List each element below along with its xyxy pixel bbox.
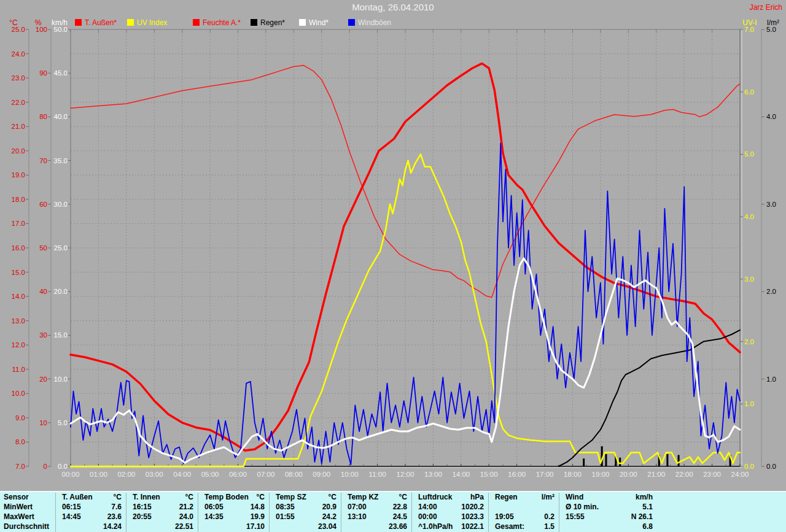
table-row-label: MinWert (0, 503, 55, 512)
axis-label: 22.0 (12, 99, 25, 106)
axis-label: 15.0 (12, 269, 25, 276)
cell-time: 06:15 (56, 503, 111, 512)
axis-label: 10 (39, 419, 47, 426)
axis-label: 0.0 (58, 463, 68, 470)
axis-label: 11:00 (369, 471, 386, 478)
cell-value: 17.10 (246, 522, 269, 532)
cell-time (489, 503, 554, 512)
axis-label: 4.0 (744, 213, 754, 220)
cell-value: 24.2 (322, 512, 341, 522)
cell-value: 14.8 (251, 503, 269, 512)
axis-label: 20 (39, 376, 47, 383)
axis-label: 25.0 (12, 26, 25, 33)
weather-day-chart-window: Montag, 26.04.2010 Jarz Erich °C7.08.09.… (0, 0, 786, 532)
cell-time: 13:10 (341, 512, 393, 522)
series-regen-kumuliert (559, 330, 740, 466)
cell-time: Ø 10 min. (559, 503, 642, 512)
axis-label: 14:00 (452, 471, 470, 478)
cell-time: 19:05 (489, 512, 544, 522)
cell-value: 1.5 (544, 522, 559, 532)
axis-label: 19.0 (12, 171, 25, 179)
axis-label: 21.0 (12, 123, 25, 130)
legend-item: T. Außen* (75, 18, 117, 27)
cell-time: 14:45 (56, 512, 107, 522)
table-cell: 14.24 (55, 522, 126, 532)
axis-label: 1.0 (744, 400, 754, 407)
axis-label: 3.0 (766, 201, 776, 208)
table-cell: 17.10 (198, 522, 269, 532)
axis-label: 20.0 (54, 288, 68, 295)
table-row-label: Durchschnitt (0, 522, 55, 532)
axis-label: 12.0 (12, 341, 25, 349)
axis-label: 04:00 (173, 471, 191, 478)
cell-value: 20.9 (322, 503, 341, 512)
table-cell: 01:5524.2 (269, 512, 341, 522)
legend-item: Feuchte A.* (193, 18, 241, 27)
axis-label: 6.0 (744, 88, 754, 96)
table-column-header: Regenl/m² (488, 493, 559, 503)
legend-swatch (75, 19, 82, 26)
axis-label: 0.0 (766, 463, 776, 470)
axis-label: 30.0 (54, 201, 68, 208)
table-cell: 6.8 (559, 522, 657, 532)
axis-label: 5.0 (766, 26, 776, 33)
cell-time: 06:05 (198, 503, 251, 512)
table-cell: 20:5524.0 (126, 512, 198, 522)
axis-label: 03:00 (146, 471, 163, 478)
cell-time: 20:55 (126, 512, 179, 522)
axis-label: 16:00 (508, 471, 526, 478)
table-filler (657, 503, 786, 512)
column-unit: km/h (636, 493, 657, 503)
table-column-header: Windkm/h (559, 493, 657, 503)
legend-label: UV Index (137, 18, 167, 27)
cell-value: 1020.2 (461, 503, 488, 512)
table-filler (657, 493, 786, 503)
table-column-header: Temp SZ°C (269, 493, 341, 503)
table-column-header: T. Innen°C (126, 493, 198, 503)
axis-label: 45.0 (54, 69, 68, 77)
column-unit: °C (399, 493, 411, 503)
table-cell: 16:1521.2 (126, 503, 198, 512)
table-cell: 14:001020.2 (411, 503, 488, 512)
axis-label: 8.0 (15, 438, 25, 445)
table-column-header: Temp KZ°C (341, 493, 411, 503)
cell-time: 00:00 (412, 512, 461, 522)
table-cell: 22.51 (126, 522, 198, 532)
table-corner-label: Sensor (0, 493, 55, 503)
axis-label: 24:00 (731, 471, 749, 478)
column-unit: l/m² (542, 493, 559, 503)
axis-label: 19:00 (592, 471, 610, 478)
column-unit: °C (257, 493, 269, 503)
rain-bar (605, 454, 607, 466)
cell-time (270, 522, 318, 532)
axis-label: 25.0 (54, 244, 68, 252)
axis-label: 80 (39, 113, 47, 120)
axis-label: 18:00 (564, 471, 582, 478)
legend-swatch (299, 19, 306, 26)
axis-label: 100 (36, 26, 47, 33)
axis-label: 21:00 (647, 471, 665, 478)
cell-time: 08:35 (270, 503, 322, 512)
column-unit: °C (114, 493, 126, 503)
cell-value: 6.8 (642, 522, 657, 532)
table-cell: 23.66 (341, 522, 411, 532)
axis-label: 10.0 (12, 390, 25, 397)
axis-label: 00:00 (62, 471, 80, 478)
cell-value: 23.66 (389, 522, 411, 532)
column-name: Luftdruck (412, 493, 470, 503)
legend-label: T. Außen* (85, 18, 117, 27)
cell-value: 24.0 (179, 512, 198, 522)
cell-time: 07:00 (341, 503, 393, 512)
axis-label: 3.0 (744, 276, 754, 283)
rain-bar (666, 454, 668, 466)
series-wind (71, 258, 740, 463)
axis-label: 08:00 (285, 471, 303, 478)
axis-label: 13:00 (424, 471, 442, 478)
table-cell: 19:050.2 (488, 512, 559, 522)
legend-label: Windböen (358, 18, 391, 27)
axis-label: 06:00 (229, 471, 247, 478)
legend-item: Regen* (251, 18, 285, 27)
legend-item: UV Index (127, 18, 167, 27)
cell-value: 0.2 (544, 512, 559, 522)
cell-value: 14.24 (103, 522, 126, 532)
